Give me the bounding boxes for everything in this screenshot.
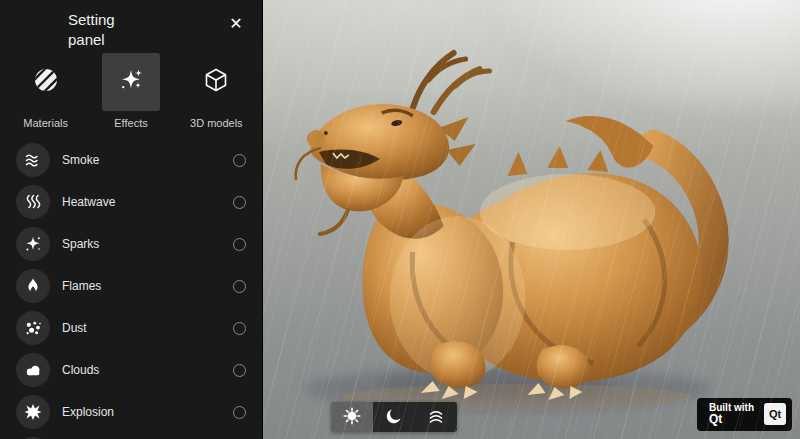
smoke-icon <box>16 143 50 177</box>
explosion-icon <box>16 395 50 429</box>
viewport-3d[interactable]: Built with Qt Qt <box>262 0 800 439</box>
tab-materials-label: Materials <box>8 117 83 129</box>
cube-icon <box>203 67 229 97</box>
effect-item-bubbles[interactable]: Bubbles <box>0 433 262 439</box>
app-window: Setting panel ✕ Materials <box>0 0 800 439</box>
rain-icon <box>427 407 445 428</box>
rain-button[interactable] <box>415 402 457 432</box>
built-with-qt-badge[interactable]: Built with Qt Qt <box>697 398 792 431</box>
effect-item-sparks[interactable]: Sparks <box>0 223 262 265</box>
effect-label: Flames <box>62 279 221 293</box>
effect-item-smoke[interactable]: Smoke <box>0 139 262 181</box>
effects-tab-tile <box>102 53 160 111</box>
effect-label: Explosion <box>62 405 221 419</box>
effect-label: Smoke <box>62 153 221 167</box>
clouds-icon <box>16 353 50 387</box>
effects-icon <box>118 67 144 97</box>
effect-label: Dust <box>62 321 221 335</box>
tab-effects-label: Effects <box>93 117 168 129</box>
close-icon: ✕ <box>229 15 242 32</box>
effect-label: Sparks <box>62 237 221 251</box>
panel-header: Setting panel ✕ <box>0 0 262 53</box>
flames-icon <box>16 269 50 303</box>
effect-radio[interactable] <box>233 196 246 209</box>
effect-label: Clouds <box>62 363 221 377</box>
sun-button[interactable] <box>331 402 373 432</box>
effects-list: Smoke Heatwave <box>0 139 262 439</box>
qt-logo-icon: Qt <box>764 403 786 425</box>
effect-radio[interactable] <box>233 238 246 251</box>
panel-title: Setting panel <box>68 10 148 49</box>
heatwave-icon <box>16 185 50 219</box>
effect-item-dust[interactable]: Dust <box>0 307 262 349</box>
badge-line2: Qt <box>709 413 754 427</box>
tab-3d-models-label: 3D models <box>179 117 254 129</box>
dragon-model[interactable] <box>263 0 800 439</box>
environment-toolbar <box>331 402 457 432</box>
tab-bar: Materials Effects <box>0 53 262 129</box>
effect-radio[interactable] <box>233 280 246 293</box>
effect-radio[interactable] <box>233 406 246 419</box>
tab-3d-models[interactable]: 3D models <box>179 53 254 129</box>
tab-materials[interactable]: Materials <box>8 53 83 129</box>
materials-tab-tile <box>17 53 75 111</box>
dust-icon <box>16 311 50 345</box>
effect-radio[interactable] <box>233 322 246 335</box>
effect-item-heatwave[interactable]: Heatwave <box>0 181 262 223</box>
sun-icon <box>343 407 361 428</box>
materials-icon <box>33 67 59 97</box>
effect-label: Heatwave <box>62 195 221 209</box>
effect-radio[interactable] <box>233 154 246 167</box>
effect-item-flames[interactable]: Flames <box>0 265 262 307</box>
moon-button[interactable] <box>373 402 415 432</box>
settings-panel: Setting panel ✕ Materials <box>0 0 262 439</box>
badge-text: Built with Qt <box>709 402 754 427</box>
tab-effects[interactable]: Effects <box>93 53 168 129</box>
3d-models-tab-tile <box>187 53 245 111</box>
moon-icon <box>385 407 403 428</box>
sparks-icon <box>16 227 50 261</box>
effect-item-explosion[interactable]: Explosion <box>0 391 262 433</box>
effect-item-clouds[interactable]: Clouds <box>0 349 262 391</box>
effect-radio[interactable] <box>233 364 246 377</box>
close-button[interactable]: ✕ <box>222 10 250 38</box>
